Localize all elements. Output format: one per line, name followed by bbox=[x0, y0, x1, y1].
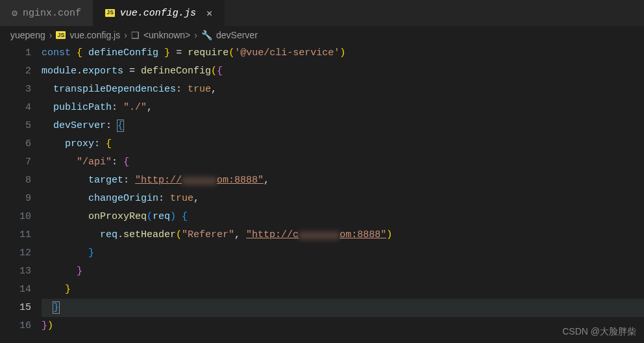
code-content[interactable]: const { defineConfig } = require('@vue/c… bbox=[42, 44, 644, 335]
code-line: } bbox=[42, 262, 644, 281]
code-line: devServer: { bbox=[42, 117, 644, 135]
line-numbers: 1 2 3 4 5 6 7 8 9 10 11 12 13 14 15 16 bbox=[0, 44, 42, 335]
code-line: req.setHeader("Referer", "http://cxxxxxx… bbox=[42, 226, 644, 244]
code-line: transpileDependencies: true, bbox=[42, 81, 644, 99]
code-line: publicPath: "./", bbox=[42, 99, 644, 117]
chevron-right-icon: › bbox=[49, 30, 53, 40]
breadcrumb[interactable]: yuepeng › JS vue.config.js › ❑ <unknown>… bbox=[0, 26, 644, 44]
watermark: CSDN @大脸胖柴 bbox=[562, 326, 636, 338]
code-line: module.exports = defineConfig({ bbox=[42, 62, 644, 81]
code-line: changeOrigin: true, bbox=[42, 190, 644, 208]
symbol-icon: ❑ bbox=[131, 30, 140, 40]
code-line: }) bbox=[42, 317, 644, 335]
editor-tabs: ⚙ nginx.conf JS vue.config.js ✕ bbox=[0, 0, 644, 26]
tab-label: nginx.conf bbox=[23, 8, 81, 19]
chevron-right-icon: › bbox=[124, 30, 127, 40]
code-line: proxy: { bbox=[42, 135, 644, 153]
code-line: "/api": { bbox=[42, 153, 644, 172]
close-icon[interactable]: ✕ bbox=[206, 7, 212, 19]
js-icon: JS bbox=[56, 31, 66, 39]
gear-icon: ⚙ bbox=[12, 7, 18, 19]
tab-nginx-conf[interactable]: ⚙ nginx.conf bbox=[0, 0, 93, 26]
tab-vue-config[interactable]: JS vue.config.js ✕ bbox=[93, 0, 225, 26]
code-line: } bbox=[42, 299, 644, 317]
tab-label: vue.config.js bbox=[120, 8, 196, 19]
breadcrumb-symbol[interactable]: devServer bbox=[216, 30, 258, 40]
code-editor[interactable]: 1 2 3 4 5 6 7 8 9 10 11 12 13 14 15 16 c… bbox=[0, 44, 644, 335]
code-line: } bbox=[42, 244, 644, 262]
code-line: const { defineConfig } = require('@vue/c… bbox=[42, 44, 644, 62]
code-line: target: "http://xxxxxxom:8888", bbox=[42, 172, 644, 190]
js-icon: JS bbox=[105, 9, 115, 17]
chevron-right-icon: › bbox=[194, 30, 197, 40]
code-line: onProxyReq(req) { bbox=[42, 208, 644, 226]
breadcrumb-file[interactable]: vue.config.js bbox=[69, 30, 120, 40]
breadcrumb-symbol[interactable]: <unknown> bbox=[143, 30, 190, 40]
code-line: } bbox=[42, 281, 644, 299]
breadcrumb-folder[interactable]: yuepeng bbox=[10, 30, 45, 40]
wrench-icon: 🔧 bbox=[201, 30, 212, 40]
